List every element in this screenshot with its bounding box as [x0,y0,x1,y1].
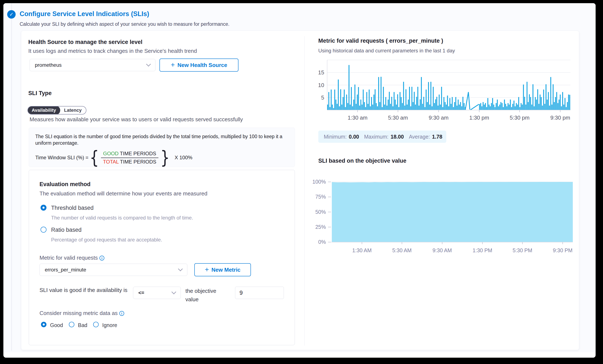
radio-threshold-label: Threshold based [51,205,93,211]
svg-text:25%: 25% [315,224,326,230]
maximum-value: 18.00 [391,134,404,140]
svg-text:5:30 PM: 5:30 PM [513,247,532,253]
health-source-description: It uses logs and metrics to track change… [28,48,197,54]
radio-threshold-based[interactable] [41,205,46,211]
radio-missing-bad[interactable] [69,322,74,327]
svg-text:9:30 am: 9:30 am [429,115,449,121]
evaluation-description: The evaluation method will determine how… [39,190,208,197]
radio-ratio-based[interactable] [41,227,46,233]
metric-select[interactable]: errors_per_minute [39,264,187,276]
metric-stats-bar: Minimum: 0.00 Maximum: 18.00 Average: 1.… [318,130,446,143]
equation-lhs: Time Window SLI (%) = [35,155,89,161]
svg-text:15: 15 [318,69,324,76]
metric-valid-requests-label: Metric for valid requestsi [39,255,104,261]
sli-type-toggle: Availability Latency [27,106,86,115]
missing-data-label: Consider missing metric data asi [39,310,124,317]
operator-select[interactable]: <= [133,287,181,299]
radio-ratio-label: Ratio based [51,227,81,233]
toggle-option-availability[interactable]: Availability [27,106,60,115]
svg-text:1:30 pm: 1:30 pm [469,115,489,121]
svg-text:0%: 0% [318,239,326,245]
chevron-down-icon [172,289,176,294]
new-metric-button[interactable]: + New Metric [194,263,251,276]
screenshot-frame: ✓ Configure Service Level Indicatiors (S… [0,0,603,364]
svg-text:9:30 PM: 9:30 PM [553,247,573,253]
health-source-selected-value: prometheus [35,62,62,68]
metric-bar-chart[interactable]: 510151:30 am5:30 am9:30 am1:30 pm5:30 pm… [311,56,575,126]
app-viewport: ✓ Configure Service Level Indicatiors (S… [3,3,596,358]
radio-missing-good[interactable] [41,322,46,327]
svg-text:100%: 100% [312,179,326,185]
equation-good-term: GOOD [103,151,118,156]
svg-text:75%: 75% [315,194,326,200]
page-background: ✓ Configure Service Level Indicatiors (S… [3,3,596,352]
new-health-source-button[interactable]: + New Health Source [160,59,238,72]
svg-text:9:30 pm: 9:30 pm [550,115,570,121]
objective-value-input[interactable] [235,287,284,299]
right-brace: } [161,149,170,166]
page-title: Configure Service Level Indicatiors (SLI… [20,10,149,18]
page-subtitle: Calculate your SLI by defining which asp… [20,21,229,27]
equation-numerator-rest: TIME PERIODS [118,151,156,156]
sli-chart-title: SLI based on the objective value [318,158,406,164]
svg-text:10: 10 [318,82,324,88]
radio-threshold-description: The number of valid requests is compared… [51,215,193,221]
minimum-value: 0.00 [349,134,359,140]
new-metric-label: New Metric [211,267,240,273]
chevron-down-icon [146,62,151,67]
info-icon[interactable]: i [119,311,124,316]
svg-text:9:30 AM: 9:30 AM [433,247,452,253]
info-icon[interactable]: i [99,256,104,260]
svg-text:1:30 AM: 1:30 AM [352,247,372,253]
svg-text:5:30 pm: 5:30 pm [510,115,530,121]
svg-text:1:30 PM: 1:30 PM [473,247,492,253]
chevron-down-icon [178,266,183,271]
radio-missing-bad-label: Bad [78,322,87,328]
equation-total-term: TOTAL [103,159,119,164]
operator-selected-value: <= [138,290,144,296]
svg-text:5:30 AM: 5:30 AM [392,247,412,253]
evaluation-method-card: Evaluation method The evaluation method … [29,170,295,345]
objective-prefix-text: SLI value is good if the availability is [39,286,130,294]
sli-type-heading: SLI Type [28,90,52,96]
svg-text:5:30 am: 5:30 am [388,115,408,121]
svg-text:1:30 am: 1:30 am [348,115,368,121]
sli-type-description: Measures how available your service was … [30,116,243,123]
evaluation-heading: Evaluation method [39,181,91,188]
health-source-select[interactable]: prometheus [30,59,155,71]
radio-ratio-description: Percentage of good requests that are acc… [51,237,162,243]
radio-missing-good-label: Good [50,322,63,328]
sli-equation-formula: Time Window SLI (%) = { GOOD TIME PERIOD… [35,149,288,166]
average-label: Average: [409,134,430,140]
plus-icon: + [171,61,175,68]
toggle-option-latency[interactable]: Latency [60,106,86,115]
new-health-source-label: New Health Source [177,62,227,69]
metric-chart-title: Metric for valid requests ( errors_per_m… [318,38,443,44]
left-brace: { [90,149,99,166]
sli-area-chart[interactable]: 0%25%50%75%100%1:30 AM5:30 AM9:30 AM1:30… [311,167,583,258]
sli-equation-text: The SLI equation is the number of good t… [35,133,287,146]
svg-text:50%: 50% [315,209,326,215]
objective-middle-text: the objective value [186,287,226,304]
check-circle-icon: ✓ [7,10,16,19]
stepper-line [12,3,12,351]
metric-chart-subtitle: Using historical data and current parame… [318,48,455,54]
metric-selected-value: errors_per_minute [45,267,86,273]
equation-rhs: X 100% [175,155,192,161]
equation-fraction: GOOD TIME PERIODS TOTAL TIME PERIODS [101,150,159,165]
average-value: 1.78 [432,134,442,140]
equation-denominator-rest: TIME PERIODS [119,159,156,164]
maximum-label: Maximum: [364,134,388,140]
radio-missing-ignore[interactable] [93,322,99,327]
sli-config-card: Health Source to manage the service leve… [21,31,579,350]
radio-missing-ignore-label: Ignore [102,322,117,328]
plus-icon: + [205,266,209,273]
minimum-label: Minimum: [324,134,347,140]
panel-divider [304,36,305,346]
svg-text:5: 5 [321,94,324,101]
sli-equation-box: The SLI equation is the number of good t… [29,128,295,167]
health-source-heading: Health Source to manage the service leve… [28,39,142,46]
